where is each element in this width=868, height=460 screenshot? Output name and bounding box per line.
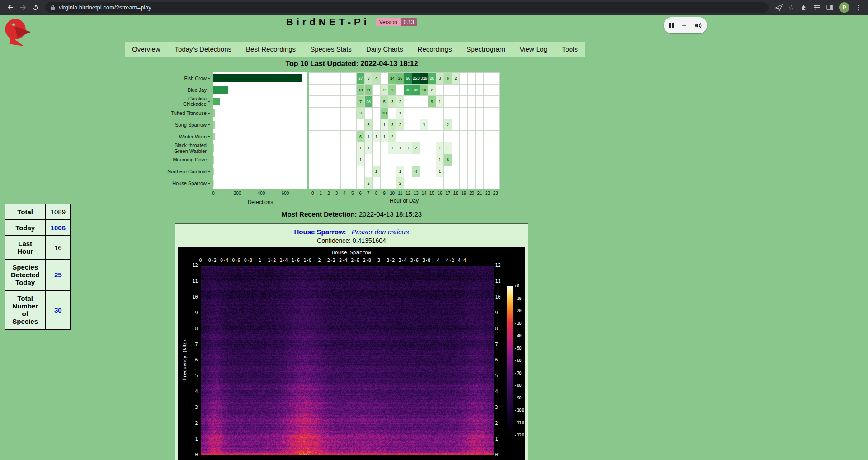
heatmap-cell [341, 166, 349, 178]
sg-db-tick: -30 [514, 321, 522, 326]
heatmap-cell [491, 96, 500, 108]
heatmap-cell [381, 154, 389, 166]
sg-time-tick: 4 [437, 258, 439, 263]
spectrogram-image: House Sparrow Frequency (kHz) 00·20·40·6… [178, 247, 525, 460]
sg-freq-tick-right: 9 [495, 310, 498, 315]
heatmap-cell [388, 177, 396, 189]
bar-x-tick: 600 [282, 191, 289, 196]
browser-toolbar: virginia.birdnetpi.com/?stream=play ☆ P … [0, 0, 868, 15]
browser-reload-button[interactable] [29, 1, 41, 14]
hour-tick: 13 [414, 191, 419, 196]
heatmap-cell [412, 131, 420, 142]
heatmap-cell: 1 [388, 142, 396, 154]
sg-freq-tick-right: 12 [495, 263, 501, 268]
sg-db-tick: -80 [514, 383, 522, 388]
profile-avatar[interactable]: P [839, 2, 849, 13]
browser-menu-icon[interactable]: ⋮ [855, 4, 862, 11]
heatmap-cell [484, 119, 492, 131]
hour-tick: 0 [311, 191, 314, 196]
heatmap-cell [491, 177, 500, 189]
browser-back-button[interactable] [5, 1, 17, 14]
heatmap-cell [491, 119, 500, 131]
browser-address-bar[interactable]: virginia.birdnetpi.com/?stream=play [45, 2, 769, 13]
heatmap-cell [333, 73, 341, 85]
sg-db-tick: -70 [514, 371, 522, 375]
heatmap-cell [317, 142, 326, 154]
heatmap-cell [436, 119, 444, 131]
stats-value-today[interactable]: 1006 [45, 220, 71, 236]
nav-item-today-s-detections[interactable]: Today's Detections [172, 45, 234, 53]
heatmap-cell [357, 166, 365, 178]
nav-item-daily-charts[interactable]: Daily Charts [363, 45, 406, 53]
heatmap-cell [460, 96, 468, 108]
sg-time-tick: 0·4 [220, 258, 228, 263]
axis-tick-mark [208, 148, 210, 149]
heatmap-cell: 1 [420, 119, 429, 131]
stats-value-total-number-of-species[interactable]: 30 [45, 290, 71, 329]
sg-freq-tick-left: 3 [178, 405, 198, 410]
heatmap-cell: 27 [357, 73, 365, 85]
heatmap-cell [341, 131, 349, 142]
hour-tick: 23 [493, 191, 498, 196]
heatmap-cell [325, 131, 333, 142]
sg-time-tick: 2·6 [351, 258, 359, 263]
heatmap-cell [452, 154, 460, 166]
hour-tick: 4 [343, 191, 346, 196]
bar-black-throated-green-warbler [213, 144, 214, 152]
sg-freq-tick-left: 12 [178, 263, 198, 268]
heatmap-cell: 6 [357, 131, 365, 142]
pause-icon[interactable] [669, 23, 674, 28]
nav-item-spectrogram[interactable]: Spectrogram [464, 45, 508, 53]
species-label-fish-crow: Fish Crow [165, 72, 210, 84]
heatmap-cell [412, 96, 420, 108]
species-scientific-link[interactable]: Passer domesticus [352, 228, 409, 236]
species-label-song-sparrow: Song Sparrow [165, 119, 210, 131]
sg-time-tick: 1·2 [268, 258, 276, 263]
heatmap-cell [428, 166, 436, 178]
heatmap-cell [404, 177, 412, 189]
nav-item-overview[interactable]: Overview [129, 45, 163, 53]
sg-db-tick: -40 [514, 333, 522, 338]
nav-item-tools[interactable]: Tools [559, 45, 580, 53]
side-panel-icon[interactable] [826, 4, 834, 11]
heatmap-cell [476, 119, 484, 131]
heatmap-cell [373, 177, 381, 189]
heatmap-cell: 16 [396, 73, 405, 85]
heatmap-cell: 4 [412, 166, 420, 178]
browser-forward-button[interactable] [17, 1, 29, 14]
heatmap-cell [420, 166, 429, 178]
heatmap-cell [341, 154, 349, 166]
heatmap-cell [412, 119, 420, 131]
sg-db-tick: -90 [514, 396, 522, 400]
heatmap-cell [484, 131, 492, 142]
heatmap-cell [388, 154, 396, 166]
hour-tick: 18 [453, 191, 458, 196]
nav-item-view-log[interactable]: View Log [517, 45, 550, 53]
volume-icon[interactable] [694, 22, 702, 29]
heatmap-cell [309, 85, 317, 96]
axis-tick-mark [208, 136, 210, 137]
nav-item-best-recordings[interactable]: Best Recordings [243, 45, 298, 53]
heatmap-cell: 1 [396, 166, 405, 178]
nav-item-species-stats[interactable]: Species Stats [307, 45, 354, 53]
heatmap-cell: 68 [404, 73, 412, 85]
send-icon[interactable] [775, 4, 783, 12]
stats-value-species-detected-today[interactable]: 25 [45, 259, 71, 290]
extension-controls-icon[interactable] [813, 4, 821, 11]
heatmap-cell [309, 119, 317, 131]
audio-player[interactable] [664, 17, 707, 33]
extensions-puzzle-icon[interactable] [800, 4, 807, 11]
heatmap-cell: 5 [381, 96, 389, 108]
heatmap-cell [428, 131, 436, 142]
bookmark-star-icon[interactable]: ☆ [788, 4, 794, 11]
seek-bar[interactable] [682, 25, 686, 26]
heatmap-cell [404, 96, 412, 108]
heatmap-cell [420, 142, 429, 154]
sg-freq-tick-left: 4 [178, 389, 198, 394]
nav-item-recordings[interactable]: Recordings [415, 45, 455, 53]
heatmap-cell [484, 73, 492, 85]
heatmap-cell [309, 142, 317, 154]
heatmap-cell [349, 177, 357, 189]
species-common-link[interactable]: House Sparrow: [294, 228, 346, 236]
heatmap-cell [436, 177, 444, 189]
